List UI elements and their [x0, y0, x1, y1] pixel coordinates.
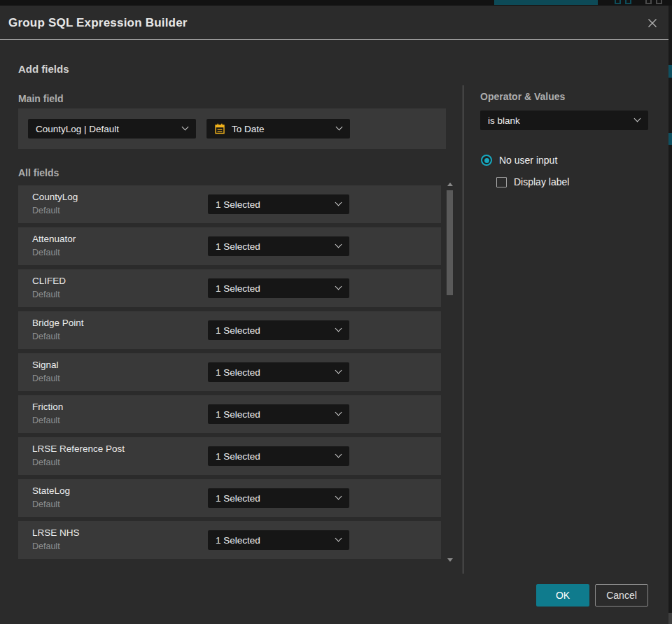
field-alias: Default — [32, 374, 60, 383]
background-app-toolbar: Live view — [0, 0, 672, 6]
field-row: StateLog Default 1 Selected — [18, 479, 441, 517]
live-view-button[interactable]: Live view — [494, 0, 598, 5]
live-view-label: Live view — [512, 0, 547, 1]
scroll-up-arrow-icon[interactable] — [447, 183, 453, 186]
field-row: LRSE NHS Default 1 Selected — [18, 521, 441, 559]
field-alias: Default — [32, 458, 60, 467]
chevron-down-icon — [335, 409, 342, 416]
field-alias: Default — [32, 332, 60, 341]
chevron-down-icon — [335, 493, 342, 500]
field-selected-dropdown[interactable]: 1 Selected — [208, 488, 349, 508]
group-sql-expression-builder-dialog: Group SQL Expression Builder Add fields … — [0, 6, 668, 624]
field-selected-dropdown[interactable]: 1 Selected — [208, 236, 349, 256]
field-selected-value: 1 Selected — [216, 283, 260, 294]
all-fields-label: All fields — [18, 167, 59, 178]
calendar-icon — [214, 123, 225, 134]
field-alias: Default — [32, 290, 60, 299]
date-field-dropdown-value: To Date — [232, 124, 265, 134]
field-name: LRSE Reference Post — [32, 444, 125, 454]
field-selected-value: 1 Selected — [216, 241, 260, 252]
background-toolbar-icon — [615, 0, 621, 4]
field-alias: Default — [32, 541, 60, 551]
chevron-down-icon — [335, 451, 342, 458]
field-alias: Default — [32, 499, 60, 509]
field-selected-value: 1 Selected — [216, 325, 260, 336]
operator-dropdown-value: is blank — [488, 115, 520, 126]
field-name: StateLog — [32, 485, 70, 496]
field-selected-value: 1 Selected — [216, 493, 260, 504]
operator-dropdown[interactable]: is blank — [480, 111, 648, 130]
field-name: CLIFED — [32, 276, 66, 286]
main-field-dropdown[interactable]: CountyLog | Default — [28, 119, 196, 139]
field-selected-dropdown[interactable]: 1 Selected — [208, 278, 349, 298]
field-selected-value: 1 Selected — [216, 409, 260, 420]
field-name: LRSE NHS — [32, 527, 80, 538]
chevron-down-icon — [335, 367, 342, 374]
dialog-title: Group SQL Expression Builder — [8, 6, 188, 40]
field-name: Attenuator — [32, 234, 76, 244]
cancel-button[interactable]: Cancel — [595, 584, 648, 607]
background-fragment — [668, 65, 672, 78]
field-row: Bridge Point Default 1 Selected — [18, 311, 441, 349]
field-row: LRSE Reference Post Default 1 Selected — [18, 437, 441, 475]
background-toolbar-icon — [656, 0, 662, 4]
chevron-down-icon — [335, 535, 342, 542]
operator-values-label: Operator & Values — [480, 91, 565, 102]
main-field-dropdown-value: CountyLog | Default — [36, 124, 119, 134]
field-selected-dropdown[interactable]: 1 Selected — [208, 446, 349, 466]
close-button[interactable] — [645, 15, 660, 31]
background-fragment — [668, 133, 672, 145]
field-selected-dropdown[interactable]: 1 Selected — [208, 404, 349, 424]
dialog-titlebar: Group SQL Expression Builder — [0, 6, 668, 40]
display-label-label: Display label — [514, 176, 569, 187]
field-selected-value: 1 Selected — [216, 535, 260, 546]
field-row: CountyLog Default 1 Selected — [18, 185, 441, 223]
panel-divider — [463, 85, 463, 574]
field-selected-value: 1 Selected — [216, 199, 260, 210]
background-toolbar-icon — [625, 0, 631, 4]
field-selected-dropdown[interactable]: 1 Selected — [208, 530, 349, 550]
screen: Live view Group SQL Expression Builder A… — [0, 0, 672, 624]
field-row: Signal Default 1 Selected — [18, 353, 441, 391]
add-fields-heading: Add fields — [18, 63, 69, 75]
radio-selected-icon — [481, 155, 492, 166]
checkbox-unchecked-icon — [496, 177, 507, 187]
field-name: Friction — [32, 402, 63, 412]
field-name: CountyLog — [32, 192, 78, 202]
field-alias: Default — [32, 248, 60, 257]
all-fields-scrollbar[interactable] — [446, 180, 454, 564]
background-toolbar-icon — [645, 0, 652, 4]
field-alias: Default — [32, 206, 60, 215]
chevron-down-icon — [182, 124, 189, 131]
field-alias: Default — [32, 416, 60, 425]
field-selected-dropdown[interactable]: 1 Selected — [208, 320, 349, 340]
close-icon — [647, 17, 658, 29]
field-selected-value: 1 Selected — [216, 367, 260, 378]
chevron-down-icon — [335, 241, 342, 248]
display-label-checkbox[interactable]: Display label — [496, 176, 569, 187]
scroll-down-arrow-icon[interactable] — [447, 558, 453, 562]
field-row: Friction Default 1 Selected — [18, 395, 441, 433]
all-fields-list: CountyLog Default 1 Selected Attenuator … — [18, 185, 441, 559]
field-selected-value: 1 Selected — [216, 451, 260, 462]
ok-button[interactable]: OK — [536, 584, 589, 607]
chevron-down-icon — [634, 115, 641, 122]
chevron-down-icon — [335, 199, 342, 206]
no-user-input-label: No user input — [499, 155, 557, 166]
field-selected-dropdown[interactable]: 1 Selected — [208, 362, 349, 382]
date-field-dropdown[interactable]: To Date — [206, 119, 350, 139]
background-fragment — [668, 613, 672, 624]
chevron-down-icon — [335, 325, 342, 332]
field-row: CLIFED Default 1 Selected — [18, 269, 441, 307]
field-row: Attenuator Default 1 Selected — [18, 227, 441, 265]
background-app-edge — [668, 6, 672, 624]
field-name: Signal — [32, 360, 59, 370]
field-name: Bridge Point — [32, 318, 84, 328]
scrollbar-thumb[interactable] — [447, 190, 453, 295]
chevron-down-icon — [335, 283, 342, 290]
no-user-input-radio[interactable]: No user input — [481, 155, 557, 166]
main-field-panel: CountyLog | Default To Date — [18, 108, 446, 149]
main-field-label: Main field — [18, 93, 64, 104]
chevron-down-icon — [336, 124, 343, 131]
field-selected-dropdown[interactable]: 1 Selected — [208, 194, 349, 214]
